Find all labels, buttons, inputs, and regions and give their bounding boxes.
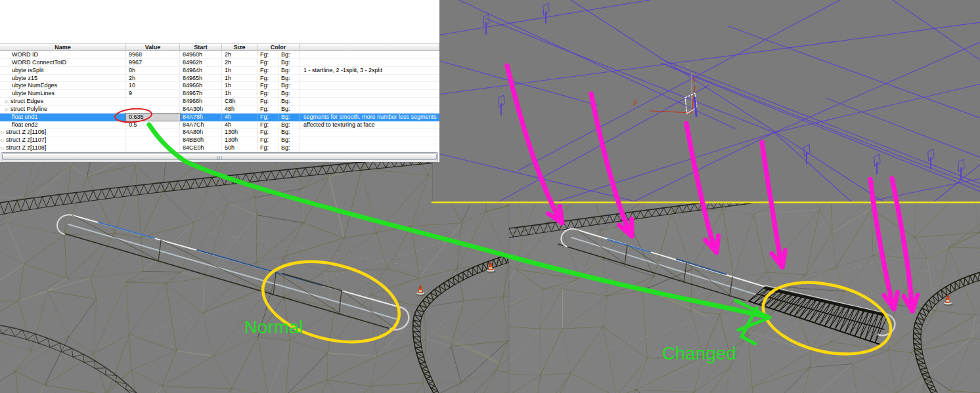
cell-fg: Fg: <box>257 129 278 136</box>
cell-bg: Bg: <box>278 90 300 97</box>
column-header-value[interactable]: Value <box>126 44 180 51</box>
cell-fg: Fg: <box>257 75 278 82</box>
expand-arrow-icon[interactable]: ▷ <box>1 146 4 150</box>
column-header-name[interactable]: Name <box>0 44 126 51</box>
table-row[interactable]: ▷struct Z z[1108]84CE0h50hFg:Bg: <box>0 144 439 152</box>
cell-size: 1h <box>222 67 257 74</box>
table-row[interactable]: float end10.63584A78h4hFg:Bg:segments fo… <box>0 114 439 121</box>
cell-start: 84CE0h <box>180 144 222 152</box>
expand-arrow-icon[interactable]: ▷ <box>5 99 9 104</box>
cell-start: 84962h <box>180 59 222 66</box>
cell-bg: Bg: <box>278 129 300 136</box>
cell-cmt <box>300 59 439 66</box>
cell-bg: Bg: <box>278 121 300 129</box>
cell-fg: Fg: <box>257 114 278 121</box>
table-row[interactable]: ubyte z152h84965h1hFg:Bg: <box>0 75 439 83</box>
table-row[interactable]: ▷struct Z z[1106]84A80h130hFg:Bg: <box>0 129 439 136</box>
table-row[interactable]: ▷struct Z z[1107]84BB0h130hFg:Bg: <box>0 136 439 144</box>
cell-start: 84964h <box>180 67 222 74</box>
cell-val: 9 <box>126 90 180 97</box>
cell-bg: Bg: <box>278 144 300 152</box>
cell-start: 84966h <box>180 82 222 89</box>
cell-size: 4h <box>222 121 257 129</box>
horizontal-scrollbar[interactable] <box>1 152 438 161</box>
table-row[interactable]: ubyte NumEdges1084966h1hFg:Bg: <box>0 82 439 90</box>
column-header-size[interactable]: Size <box>222 44 257 51</box>
table-row[interactable]: WORD ID996884960h2hFg:Bg: <box>0 51 439 59</box>
cell-fg: Fg: <box>257 98 278 105</box>
table-row[interactable]: ubyte isSplit0h84964h1hFg:Bg:1 - startli… <box>0 67 439 75</box>
cell-size: 1h <box>222 75 257 82</box>
expand-arrow-icon[interactable]: ▷ <box>1 130 4 134</box>
cell-val: 2h <box>126 75 180 82</box>
cell-val: 9967 <box>126 59 180 66</box>
table-row[interactable]: float end20.584A7Ch4hFg:Bg:affected to t… <box>0 121 439 129</box>
cell-name: float end2 <box>0 121 126 129</box>
expand-arrow-icon[interactable]: ▷ <box>1 138 4 142</box>
cell-fg: Fg: <box>257 136 278 144</box>
cell-cmt <box>300 129 439 136</box>
cell-name: ubyte z15 <box>0 75 126 82</box>
cell-size: 2h <box>222 59 257 66</box>
cell-bg: Bg: <box>278 75 300 82</box>
table-row[interactable]: ubyte NumLines984967h1hFg:Bg: <box>0 90 439 98</box>
cell-size: 4h <box>222 114 257 121</box>
cell-cmt <box>300 98 439 105</box>
screenshot-root: z x y Name Value Start Size Color WORD I… <box>0 0 980 393</box>
cell-size: 48h <box>222 106 257 113</box>
cell-cmt: affected to texturing at face <box>300 121 439 129</box>
cell-size: C8h <box>222 98 257 105</box>
cell-start: 84965h <box>180 75 222 82</box>
cell-bg: Bg: <box>278 67 300 74</box>
viewport-top-wireframe[interactable]: z x y <box>432 0 980 203</box>
table-row[interactable]: ▷struct Polyline84A30h48hFg:Bg: <box>0 106 439 114</box>
cell-name: WORD ConnectToID <box>0 59 126 66</box>
cell-fg: Fg: <box>257 90 278 97</box>
cell-start: 84A30h <box>180 106 222 113</box>
table-row[interactable]: ▷struct Edges84968hC8hFg:Bg: <box>0 98 439 106</box>
column-header-comment <box>300 44 439 51</box>
cell-name: ubyte isSplit <box>0 67 126 74</box>
cell-bg: Bg: <box>278 106 300 113</box>
cell-size: 2h <box>222 51 257 58</box>
cell-fg: Fg: <box>257 82 278 89</box>
column-header-color[interactable]: Color <box>257 44 300 51</box>
cell-val: 9968 <box>126 51 180 58</box>
scrollbar-thumb[interactable] <box>2 154 437 160</box>
cell-val: 10 <box>126 82 180 89</box>
cell-name: ▷struct Z z[1107] <box>0 136 126 144</box>
cell-val <box>126 144 180 152</box>
top-wireframe-scene <box>433 0 980 203</box>
cell-val: 0.635 <box>126 114 180 121</box>
cell-fg: Fg: <box>257 51 278 58</box>
cell-bg: Bg: <box>278 59 300 66</box>
viewport-changed[interactable] <box>509 203 980 393</box>
cell-name: ubyte NumLines <box>0 90 126 97</box>
cell-cmt <box>300 90 439 97</box>
cell-start: 84A80h <box>180 129 222 136</box>
cell-cmt: 1 - startline, 2 -1split, 3 - 2split <box>300 67 439 74</box>
table-row[interactable]: WORD ConnectToID996784962h2hFg:Bg: <box>0 59 439 67</box>
cell-val: 0.5 <box>126 121 180 129</box>
struct-inspector-panel: Name Value Start Size Color WORD ID99688… <box>0 0 439 162</box>
cell-cmt <box>300 136 439 144</box>
cell-name: float end1 <box>0 114 126 121</box>
cell-cmt <box>300 75 439 82</box>
cell-val: 0h <box>126 67 180 74</box>
cell-start: 84A7Ch <box>180 121 222 129</box>
cell-name: ▷struct Polyline <box>0 106 126 113</box>
cell-name: ubyte NumEdges <box>0 82 126 89</box>
column-header-start[interactable]: Start <box>180 44 222 51</box>
table-header: Name Value Start Size Color <box>0 43 439 51</box>
cell-bg: Bg: <box>278 136 300 144</box>
expand-arrow-icon[interactable]: ▷ <box>5 107 9 112</box>
cell-start: 84BB0h <box>180 136 222 144</box>
cell-val <box>126 106 180 113</box>
cell-name: WORD ID <box>0 51 126 58</box>
cell-size: 130h <box>222 129 257 136</box>
cell-name: ▷struct Edges <box>0 98 126 105</box>
cell-size: 130h <box>222 136 257 144</box>
cell-start: 84967h <box>180 90 222 97</box>
cell-cmt <box>300 106 439 113</box>
cell-fg: Fg: <box>257 144 278 152</box>
